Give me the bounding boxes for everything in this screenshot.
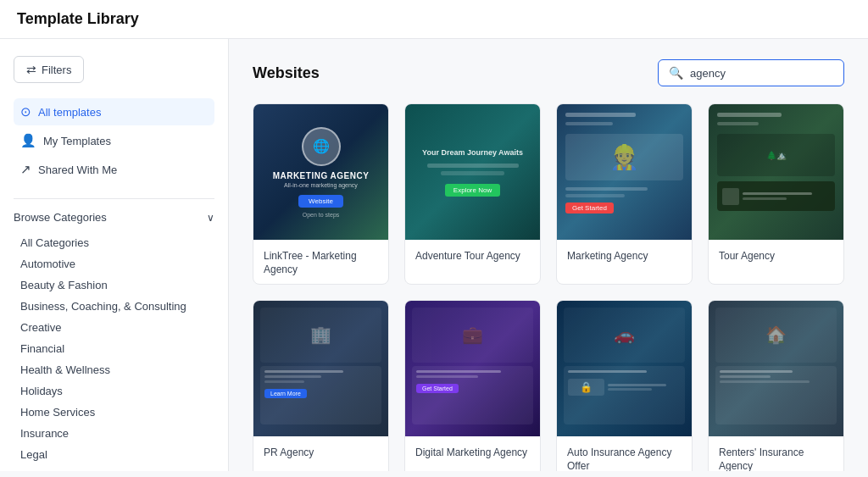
template-thumb-auto: 🚗 🔒 bbox=[557, 301, 692, 436]
template-card-adventure[interactable]: Your Dream Journey Awaits Explore Now Ad… bbox=[404, 103, 541, 285]
main-layout: ⇄ Filters ⊙ All templates 👤 My Templates… bbox=[0, 39, 868, 471]
template-thumb-renters: 🏠 bbox=[709, 301, 843, 436]
template-info-marketing: Marketing Agency bbox=[557, 240, 692, 270]
category-business[interactable]: Business, Coaching, & Consulting bbox=[14, 296, 214, 317]
template-info-digital: Digital Marketing Agency bbox=[405, 436, 540, 467]
category-holidays[interactable]: Holidays bbox=[14, 380, 214, 402]
template-name-marketing: Marketing Agency bbox=[567, 250, 648, 262]
template-card-linktree[interactable]: 🌐 Marketing Agency All-in-one marketing … bbox=[253, 103, 389, 285]
filters-button[interactable]: ⇄ Filters bbox=[14, 56, 84, 83]
category-creative[interactable]: Creative bbox=[14, 317, 214, 338]
template-thumb-adventure: Your Dream Journey Awaits Explore Now bbox=[405, 104, 540, 240]
nav-my-templates[interactable]: 👤 My Templates bbox=[14, 127, 214, 154]
nav-shared-with-me[interactable]: ↗ Shared With Me bbox=[14, 156, 214, 183]
category-home-services[interactable]: Home Services bbox=[14, 402, 214, 423]
category-legal[interactable]: Legal bbox=[14, 444, 214, 465]
nav-items: ⊙ All templates 👤 My Templates ↗ Shared … bbox=[14, 98, 214, 183]
template-info-renters: Renters' Insurance Agency bbox=[709, 436, 843, 471]
template-card-pr[interactable]: 🏢 Learn More PR Agency bbox=[253, 300, 389, 471]
nav-shared-label: Shared With Me bbox=[38, 164, 117, 176]
search-icon: 🔍 bbox=[669, 66, 683, 80]
filters-label: Filters bbox=[42, 64, 71, 76]
show-more-chevron-icon: ∨ bbox=[80, 469, 88, 471]
template-name-auto: Auto Insurance Agency Offer bbox=[567, 446, 671, 471]
content-header: Websites 🔍 bbox=[253, 59, 844, 86]
filters-icon: ⇄ bbox=[26, 63, 36, 76]
category-health[interactable]: Health & Wellness bbox=[14, 359, 214, 380]
template-thumb-pr: 🏢 Learn More bbox=[253, 301, 388, 436]
search-box[interactable]: 🔍 bbox=[658, 59, 844, 86]
category-all[interactable]: All Categories bbox=[14, 232, 214, 253]
template-info-pr: PR Agency bbox=[253, 436, 388, 467]
nav-all-templates-label: All templates bbox=[38, 106, 101, 119]
browse-chevron-icon: ∨ bbox=[207, 212, 214, 224]
my-templates-icon: 👤 bbox=[20, 133, 36, 148]
sidebar: ⇄ Filters ⊙ All templates 👤 My Templates… bbox=[0, 39, 229, 471]
shared-icon: ↗ bbox=[20, 162, 31, 177]
category-financial[interactable]: Financial bbox=[14, 338, 214, 359]
template-thumb-tour: 🌲🏔️ bbox=[709, 104, 843, 240]
browse-categories-header[interactable]: Browse Categories ∨ bbox=[14, 211, 214, 224]
template-name-tour: Tour Agency bbox=[719, 250, 775, 262]
browse-categories-label: Browse Categories bbox=[14, 211, 107, 224]
nav-my-templates-label: My Templates bbox=[43, 135, 111, 147]
templates-grid: 🌐 Marketing Agency All-in-one marketing … bbox=[253, 103, 844, 471]
categories-list: All Categories Automotive Beauty & Fashi… bbox=[14, 232, 214, 465]
category-insurance[interactable]: Insurance bbox=[14, 423, 214, 444]
category-automotive[interactable]: Automotive bbox=[14, 253, 214, 275]
category-beauty[interactable]: Beauty & Fashion bbox=[14, 275, 214, 296]
template-name-pr: PR Agency bbox=[264, 446, 314, 458]
template-name-linktree: LinkTree - Marketing Agency bbox=[264, 250, 357, 275]
template-card-marketing[interactable]: 👷 Get Started Marketing Agency bbox=[556, 103, 693, 285]
search-input[interactable] bbox=[690, 67, 833, 80]
sidebar-divider bbox=[14, 198, 214, 199]
section-title: Websites bbox=[253, 64, 320, 82]
template-name-adventure: Adventure Tour Agency bbox=[415, 250, 520, 262]
template-name-renters: Renters' Insurance Agency bbox=[719, 446, 804, 471]
page-title: Template Library bbox=[17, 10, 139, 27]
all-templates-icon: ⊙ bbox=[20, 104, 31, 119]
template-info-auto: Auto Insurance Agency Offer bbox=[557, 436, 692, 471]
nav-all-templates[interactable]: ⊙ All templates bbox=[14, 98, 214, 125]
page-header: Template Library bbox=[0, 0, 868, 39]
template-card-auto[interactable]: 🚗 🔒 bbox=[556, 300, 693, 471]
content-area: Websites 🔍 🌐 Marketing Agency All-in-one… bbox=[229, 39, 868, 471]
template-info-linktree: LinkTree - Marketing Agency bbox=[253, 240, 388, 284]
template-thumb-marketing: 👷 Get Started bbox=[557, 104, 692, 240]
template-name-digital: Digital Marketing Agency bbox=[415, 446, 527, 458]
show-more-button[interactable]: Show more ∨ bbox=[14, 465, 214, 471]
template-thumb-digital: 💼 Get Started bbox=[405, 301, 540, 436]
template-card-digital[interactable]: 💼 Get Started Digital Marketing Agency bbox=[404, 300, 541, 471]
template-info-tour: Tour Agency bbox=[709, 240, 843, 270]
template-card-renters[interactable]: 🏠 Renters' Insurance Agency bbox=[708, 300, 844, 471]
template-info-adventure: Adventure Tour Agency bbox=[405, 240, 540, 270]
show-more-label: Show more bbox=[20, 469, 76, 471]
template-card-tour[interactable]: 🌲🏔️ Tour Agency bbox=[708, 103, 844, 285]
template-thumb-linktree: 🌐 Marketing Agency All-in-one marketing … bbox=[253, 104, 388, 240]
